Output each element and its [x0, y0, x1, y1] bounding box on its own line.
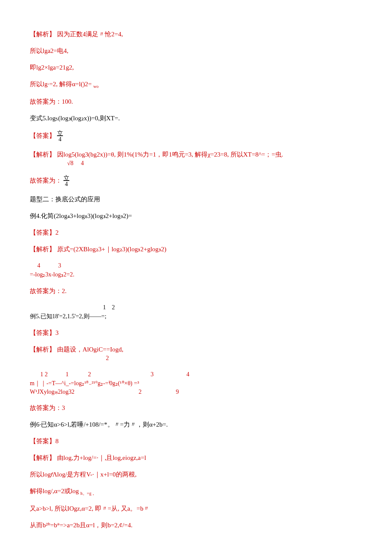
problem-example-5: 1 2 例5.已知18'=2,1.5'=2,则——=;	[30, 303, 362, 321]
label-analysis: 【解析】	[30, 454, 55, 461]
denominator-row: 2	[30, 354, 362, 363]
paragraph: 从而b²ᵇ=bᵃ=>a=2b且α=l，则b=2,¢/=4.	[30, 521, 362, 530]
paragraph: 【解析】 由题设，AlOgiC==Iogd, 2	[30, 345, 362, 363]
answer-block: 【答案】3	[30, 328, 362, 337]
text: 解得α=l()2=	[59, 81, 92, 87]
answer-block: 【答案】8	[30, 437, 362, 446]
paragraph: 【解析】 原式=(2XBlog₂3+｜log₂3)(log₃2+glog₃2)	[30, 245, 362, 254]
paragraph: 解得log/,α=2或log h。=g，	[30, 487, 362, 497]
paragraph: 所以log𝘧Λlog/是方程V-·｜x+l=0的两根,	[30, 470, 362, 479]
text: 所以IOgz,α=2,	[55, 505, 93, 512]
answer-line: 故答案为：3	[30, 404, 362, 413]
fraction-numerator: 立	[63, 175, 69, 181]
text: 例5.已知18'=2,1.5'=2,则——=;	[30, 312, 362, 321]
paragraph: 即lg2×lga=21g2,	[30, 63, 362, 72]
text: W¹JXylogₗ₈2log32 2 9	[30, 388, 362, 396]
text: 由log,力+log/=·｜,且log,eiogz,a=l	[57, 454, 146, 461]
label-answer: 故答案为：	[30, 177, 62, 184]
paragraph: 1 2 1 2 3 4 m｜｜-=T—^i_-=log₂¹⁸₋²¹°g₂-=ˡ0…	[30, 370, 362, 396]
paragraph: 又a>b>l, 所以IOgz,α=2, 即〃=从, 又a。=b〃	[30, 504, 362, 513]
fraction: 立 4	[63, 175, 69, 187]
answer-line: 故答案为： 立 4	[30, 175, 362, 187]
numerator-line: 1 2 1 2 3 4	[30, 370, 362, 379]
label-analysis: 【解析】	[30, 346, 55, 353]
text: 从而b²ᵇ=bᵃ=>a=2b且α=l，则b=2,¢/=4.	[30, 522, 133, 529]
fraction: 立 4	[57, 131, 63, 142]
label-answer: 【答案】	[30, 132, 55, 139]
paragraph: 所以lg·=2, 解得α=l()2= wo	[30, 80, 362, 90]
problem-example-6: 例6·已知α>6>l,若唾/+108/=*。〃=力〃，则α+2b=.	[30, 420, 362, 429]
text: m｜｜-=T—^i_-=log₂¹⁸₋²¹°g₂-=ˡ0g₂(¹⁸×θ) =³	[30, 379, 362, 388]
text: 原式=(2XBlog₂3+｜log₂3)(log₃2+glog₃2)	[57, 246, 167, 253]
denominator-row: √8 4	[30, 159, 362, 168]
paragraph: 所以lga2=电4,	[30, 46, 362, 55]
text: 解得χ=23=8,	[195, 151, 229, 158]
numerator-line: 1 2	[30, 303, 362, 312]
subscript: wo	[93, 84, 98, 89]
text: 由题设，AlOgiC==Iogd,	[57, 346, 124, 353]
paragraph: 【解析】 由log,力+log/=·｜,且log,eiogz,a=l	[30, 453, 362, 462]
fraction-denominator: 4	[63, 181, 69, 187]
section-heading: 题型二：换底公式的应用	[30, 195, 362, 204]
text: 因log5(log3(bg2x))=θ,	[57, 151, 116, 158]
answer-block: 【答案】 立 4	[30, 131, 362, 142]
text: 所以XT=8^=；=虫.	[231, 151, 283, 158]
answer-line: 故答案为：2.	[30, 287, 362, 296]
text: 因为正数4满足〃怆2=4,	[57, 31, 123, 38]
subscript: h。=g，	[81, 491, 96, 496]
paragraph: 【解析】 因为正数4满足〃怆2=4,	[30, 30, 362, 39]
text: 解得log/,α=2或log	[30, 488, 79, 494]
text: 又a>b>l,	[30, 505, 53, 512]
numerator-line: 4 3	[30, 262, 362, 270]
paragraph: 【解析】 因log5(log3(bg2x))=θ, 则1%(1%力=1，即1鸣元…	[30, 150, 362, 168]
fraction-numerator: 立	[57, 131, 63, 137]
label-analysis: 【解析】	[30, 31, 55, 38]
problem-variation-5: 变式5.log₅(log₃(log₂x))=0,则XT=.	[30, 114, 362, 123]
problem-example-4: 例4.化简(2log₄3+log₈3)(log₃2+log₉2)=	[30, 212, 362, 221]
text: =-log₂3x-log₃2=2.	[30, 270, 362, 279]
fraction-denominator: 4	[57, 137, 63, 142]
label-analysis: 【解析】	[30, 151, 55, 158]
text: 即〃=从, 又a。=b〃	[95, 505, 150, 512]
text: 则1%(1%力=1，即1鸣元=3,	[117, 151, 193, 158]
answer-line: 故答案为：100.	[30, 97, 362, 106]
label-analysis: 【解析】	[30, 246, 55, 253]
answer-block: 【答案】2	[30, 228, 362, 237]
paragraph: 4 3 =-log₂3x-log₃2=2.	[30, 262, 362, 279]
text: 所以lg·=2,	[30, 81, 58, 87]
